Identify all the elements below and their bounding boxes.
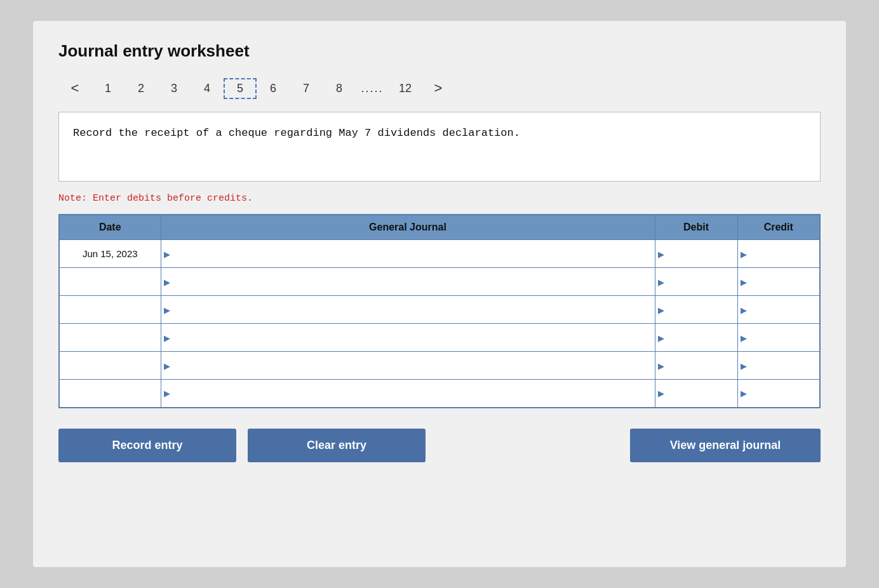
table-cell-credit[interactable]: ▶ (737, 380, 820, 408)
col-header-debit: Debit (655, 215, 737, 240)
journal-input[interactable] (161, 352, 655, 379)
credit-input[interactable] (738, 296, 820, 323)
journal-input[interactable] (161, 380, 655, 407)
table-cell-date (59, 380, 161, 408)
col-header-journal: General Journal (161, 215, 655, 240)
table-cell-credit[interactable]: ▶ (737, 296, 820, 324)
table-cell-date: Jun 15, 2023 (59, 240, 161, 268)
note-text: Note: Enter debits before credits. (58, 193, 821, 204)
table-cell-date (59, 324, 161, 352)
pagination-item-4[interactable]: 4 (191, 78, 224, 99)
debit-input[interactable] (655, 352, 737, 379)
clear-entry-button[interactable]: Clear entry (248, 429, 426, 462)
table-cell-credit[interactable]: ▶ (737, 240, 820, 268)
debit-input[interactable] (655, 380, 737, 407)
journal-table: Date General Journal Debit Credit Jun 15… (58, 214, 821, 408)
journal-input[interactable] (161, 324, 655, 351)
debit-input[interactable] (655, 268, 737, 295)
pagination-item-8[interactable]: 8 (323, 78, 356, 99)
table-cell-journal[interactable]: ▶ (161, 380, 655, 408)
table-row: ▶▶▶ (59, 268, 820, 296)
table-cell-credit[interactable]: ▶ (737, 352, 820, 380)
debit-input[interactable] (655, 296, 737, 323)
table-cell-date (59, 268, 161, 296)
pagination-prev[interactable]: < (58, 76, 91, 100)
debit-input[interactable] (655, 240, 737, 267)
table-cell-date (59, 296, 161, 324)
table-row: ▶▶▶ (59, 352, 820, 380)
pagination-item-7[interactable]: 7 (290, 78, 323, 99)
table-cell-debit[interactable]: ▶ (655, 240, 737, 268)
table-cell-debit[interactable]: ▶ (655, 324, 737, 352)
pagination-item-6[interactable]: 6 (257, 78, 290, 99)
description-text: Record the receipt of a cheque regarding… (73, 127, 520, 139)
pagination-dots: ..... (356, 78, 389, 99)
table-row: ▶▶▶ (59, 324, 820, 352)
table-cell-date (59, 352, 161, 380)
table-row: ▶▶▶ (59, 380, 820, 408)
col-header-date: Date (59, 215, 161, 240)
journal-input[interactable] (161, 268, 655, 295)
credit-input[interactable] (738, 380, 820, 407)
credit-input[interactable] (738, 240, 820, 267)
journal-input[interactable] (161, 240, 655, 267)
pagination-item-2[interactable]: 2 (124, 78, 158, 99)
col-header-credit: Credit (737, 215, 820, 240)
description-box: Record the receipt of a cheque regarding… (58, 112, 821, 182)
worksheet-container: Journal entry worksheet < 1 2 3 4 5 6 7 … (33, 21, 846, 567)
credit-input[interactable] (738, 324, 820, 351)
debit-input[interactable] (655, 324, 737, 351)
table-cell-journal[interactable]: ▶ (161, 268, 655, 296)
table-cell-journal[interactable]: ▶ (161, 296, 655, 324)
pagination: < 1 2 3 4 5 6 7 8 ..... 12 > (58, 76, 821, 100)
journal-input[interactable] (161, 296, 655, 323)
table-row: Jun 15, 2023▶▶▶ (59, 240, 820, 268)
table-cell-debit[interactable]: ▶ (655, 352, 737, 380)
credit-input[interactable] (738, 352, 820, 379)
credit-input[interactable] (738, 268, 820, 295)
table-cell-debit[interactable]: ▶ (655, 268, 737, 296)
record-entry-button[interactable]: Record entry (58, 429, 236, 462)
buttons-row: Record entry Clear entry View general jo… (58, 429, 821, 462)
pagination-next[interactable]: > (422, 76, 455, 100)
pagination-item-12[interactable]: 12 (389, 78, 422, 99)
table-cell-journal[interactable]: ▶ (161, 240, 655, 268)
table-cell-journal[interactable]: ▶ (161, 324, 655, 352)
page-title: Journal entry worksheet (58, 41, 821, 61)
table-cell-debit[interactable]: ▶ (655, 296, 737, 324)
table-cell-credit[interactable]: ▶ (737, 268, 820, 296)
table-cell-journal[interactable]: ▶ (161, 352, 655, 380)
table-cell-debit[interactable]: ▶ (655, 380, 737, 408)
table-row: ▶▶▶ (59, 296, 820, 324)
pagination-item-3[interactable]: 3 (158, 78, 191, 99)
pagination-item-1[interactable]: 1 (91, 78, 124, 99)
view-general-journal-button[interactable]: View general journal (630, 429, 821, 462)
table-cell-credit[interactable]: ▶ (737, 324, 820, 352)
pagination-item-5[interactable]: 5 (224, 78, 257, 99)
